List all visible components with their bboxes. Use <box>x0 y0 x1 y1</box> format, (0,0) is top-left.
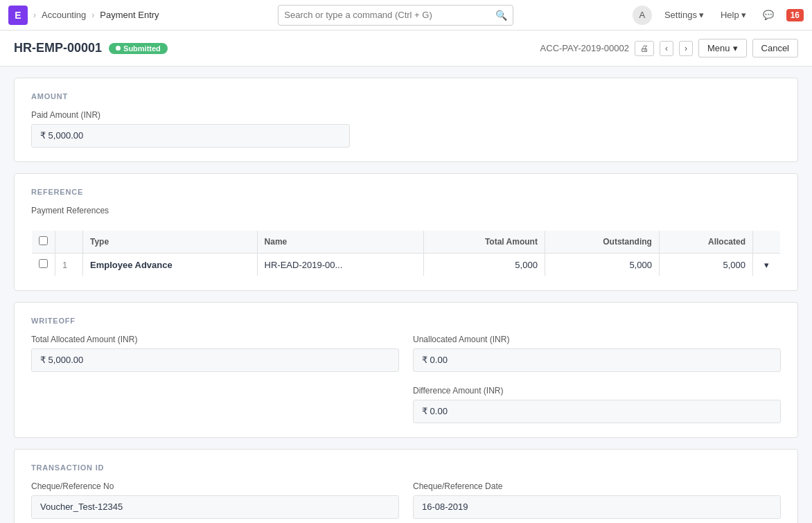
td-total-amount: 5,000 <box>424 254 545 276</box>
status-badge: Submitted <box>109 43 168 54</box>
search-input[interactable] <box>284 10 495 20</box>
th-type: Type <box>83 231 258 254</box>
settings-button[interactable]: Settings ▾ <box>660 7 708 23</box>
td-checkbox[interactable] <box>32 254 55 276</box>
cancel-button[interactable]: Cancel <box>752 39 798 57</box>
cheque-date-value: 16-08-2019 <box>413 495 781 519</box>
breadcrumb-sep-1: › <box>33 10 36 20</box>
th-outstanding: Outstanding <box>545 231 659 254</box>
notification-badge[interactable]: 16 <box>786 9 804 21</box>
print-button[interactable]: 🖨 <box>635 41 654 56</box>
doc-id: ACC-PAY-2019-00002 <box>540 43 629 53</box>
difference-field: Difference Amount (INR) ₹ 0.00 <box>413 386 781 423</box>
cheque-ref-value: Voucher_Test-12345 <box>31 495 399 519</box>
td-name: HR-EAD-2019-00... <box>257 254 424 276</box>
td-row-num: 1 <box>55 254 83 276</box>
th-actions <box>753 231 781 254</box>
unallocated-value: ₹ 0.00 <box>413 348 781 372</box>
chat-button[interactable]: 💬 <box>759 7 778 23</box>
writeoff-fields: Total Allocated Amount (INR) ₹ 5,000.00 … <box>31 335 781 423</box>
select-all-checkbox[interactable] <box>39 236 48 245</box>
total-allocated-label: Total Allocated Amount (INR) <box>31 335 399 344</box>
th-checkbox <box>32 231 55 254</box>
payment-references-table: Type Name Total Amount Outstanding Alloc… <box>31 230 781 276</box>
total-allocated-field: Total Allocated Amount (INR) ₹ 5,000.00 <box>31 335 399 372</box>
navbar: E › Accounting › Payment Entry 🔍 A Setti… <box>0 0 812 30</box>
doc-title-wrap: HR-EMP-00001 Submitted <box>14 41 168 55</box>
prev-button[interactable]: ‹ <box>660 41 673 56</box>
search-box[interactable]: 🔍 <box>278 5 513 26</box>
help-button[interactable]: Help ▾ <box>716 7 750 23</box>
transaction-section: TRANSACTION ID Cheque/Reference No Vouch… <box>14 449 798 523</box>
chat-icon: 💬 <box>763 10 774 20</box>
td-outstanding: 5,000 <box>545 254 659 276</box>
unallocated-field: Unallocated Amount (INR) ₹ 0.00 <box>413 335 781 372</box>
spacer <box>31 386 399 423</box>
td-row-actions[interactable]: ▾ <box>753 254 781 276</box>
doc-header: HR-EMP-00001 Submitted ACC-PAY-2019-0000… <box>0 30 812 67</box>
search-wrap: 🔍 <box>165 5 627 26</box>
total-allocated-value: ₹ 5,000.00 <box>31 348 399 372</box>
th-total-amount: Total Amount <box>424 231 545 254</box>
menu-button[interactable]: Menu ▾ <box>698 39 747 57</box>
status-label: Submitted <box>123 44 161 53</box>
th-name: Name <box>257 231 424 254</box>
doc-title: HR-EMP-00001 <box>14 41 102 55</box>
status-dot <box>116 46 121 51</box>
unallocated-label: Unallocated Amount (INR) <box>413 335 781 344</box>
paid-amount-value: ₹ 5,000.00 <box>31 124 350 148</box>
td-type: Employee Advance <box>83 254 258 276</box>
reference-section-label: REFERENCE <box>31 188 781 196</box>
th-row-num <box>55 231 83 254</box>
search-icon: 🔍 <box>495 10 507 21</box>
main-content: AMOUNT Paid Amount (INR) ₹ 5,000.00 REFE… <box>0 67 812 523</box>
transaction-fields: Cheque/Reference No Voucher_Test-12345 C… <box>31 481 781 519</box>
cheque-ref-label: Cheque/Reference No <box>31 481 399 491</box>
cheque-ref-field: Cheque/Reference No Voucher_Test-12345 <box>31 481 399 519</box>
breadcrumb-sep-2: › <box>91 10 94 20</box>
transaction-section-label: TRANSACTION ID <box>31 463 781 472</box>
row-checkbox[interactable] <box>39 259 48 268</box>
doc-actions: ACC-PAY-2019-00002 🖨 ‹ › Menu ▾ Cancel <box>540 39 798 57</box>
difference-value: ₹ 0.00 <box>413 400 781 423</box>
amount-section-label: AMOUNT <box>31 92 781 100</box>
app-logo[interactable]: E <box>8 6 28 25</box>
cheque-date-label: Cheque/Reference Date <box>413 481 781 491</box>
writeoff-section: WRITEOFF Total Allocated Amount (INR) ₹ … <box>14 302 798 438</box>
th-allocated: Allocated <box>659 231 752 254</box>
next-button[interactable]: › <box>679 41 693 56</box>
payment-references-label: Payment References <box>31 206 781 215</box>
navbar-right: A Settings ▾ Help ▾ 💬 16 <box>633 6 804 25</box>
td-allocated: 5,000 <box>659 254 752 276</box>
cheque-date-field: Cheque/Reference Date 16-08-2019 <box>413 481 781 519</box>
breadcrumb-accounting[interactable]: Accounting <box>42 10 86 20</box>
amount-section: AMOUNT Paid Amount (INR) ₹ 5,000.00 <box>14 78 798 162</box>
paid-amount-label: Paid Amount (INR) <box>31 110 350 120</box>
writeoff-section-label: WRITEOFF <box>31 317 781 325</box>
reference-section: REFERENCE Payment References Type Name T… <box>14 173 798 291</box>
breadcrumb-payment-entry[interactable]: Payment Entry <box>100 10 159 20</box>
table-header-row: Type Name Total Amount Outstanding Alloc… <box>32 231 781 254</box>
difference-label: Difference Amount (INR) <box>413 386 781 396</box>
user-avatar[interactable]: A <box>633 6 652 25</box>
table-row: 1 Employee Advance HR-EAD-2019-00... 5,0… <box>32 254 781 276</box>
